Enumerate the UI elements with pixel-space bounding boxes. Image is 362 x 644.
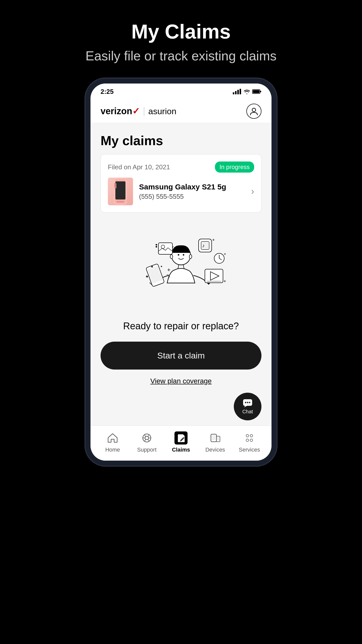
claim-card-header: Filed on Apr 10, 2021 In progress	[108, 162, 254, 173]
ready-text: Ready to repair or replace?	[90, 321, 272, 342]
svg-rect-5	[253, 90, 259, 93]
svg-line-54	[145, 439, 146, 441]
svg-point-20	[189, 255, 192, 259]
battery-icon	[252, 89, 261, 94]
svg-point-63	[250, 439, 253, 441]
nav-item-services[interactable]: Services	[232, 431, 266, 453]
svg-rect-57	[212, 435, 215, 440]
services-nav-label: Services	[239, 447, 260, 453]
svg-point-30	[156, 246, 157, 248]
svg-text:+: +	[167, 267, 170, 273]
svg-text:+: +	[223, 279, 226, 284]
page-header: My Claims Easily file or track existing …	[85, 20, 277, 63]
status-time: 2:25	[101, 88, 114, 96]
verizon-checkmark: ✓	[132, 106, 140, 116]
view-coverage-link[interactable]: View plan coverage	[90, 377, 272, 393]
nav-item-support[interactable]: Support	[130, 431, 164, 453]
svg-point-18	[183, 254, 184, 256]
app-header: verizon✓ asurion	[90, 98, 272, 123]
svg-line-51	[148, 435, 149, 436]
filed-date: Filed on Apr 10, 2021	[108, 163, 170, 171]
svg-rect-39	[205, 269, 223, 283]
bottom-nav: Home Support	[90, 425, 272, 461]
illustration-section: ✦ ✦ ☽ ♪	[90, 223, 272, 321]
logo-container: verizon✓ asurion	[101, 106, 176, 116]
svg-text:+: +	[212, 237, 215, 243]
svg-text:✦: ✦	[160, 264, 163, 269]
arrow-right-icon: ›	[251, 186, 254, 197]
services-icon	[243, 431, 256, 445]
logo-asurion: asurion	[148, 106, 176, 116]
device-image	[108, 178, 133, 205]
home-icon	[106, 431, 119, 445]
svg-point-12	[115, 183, 116, 185]
svg-rect-2	[237, 90, 239, 94]
claim-card[interactable]: Filed on Apr 10, 2021 In progress	[101, 154, 261, 213]
svg-rect-27	[158, 243, 172, 254]
support-icon	[140, 431, 153, 445]
svg-point-19	[170, 255, 173, 259]
svg-rect-3	[240, 89, 241, 94]
svg-rect-0	[233, 92, 234, 94]
claims-nav-label: Claims	[172, 447, 190, 453]
svg-point-13	[115, 185, 116, 187]
svg-text:♪: ♪	[202, 243, 205, 248]
svg-point-17	[178, 254, 179, 256]
svg-line-55	[148, 439, 149, 441]
svg-point-49	[145, 436, 149, 440]
svg-rect-6	[260, 91, 261, 92]
svg-text:+: +	[224, 252, 226, 256]
signal-icon	[233, 89, 241, 94]
page-title: My Claims	[85, 20, 277, 43]
claim-device-row: Samsung Galaxy S21 5g (555) 555-5555 ›	[108, 178, 254, 205]
status-bar: 2:25	[90, 84, 272, 98]
status-icons	[233, 89, 261, 94]
svg-rect-15	[117, 201, 124, 203]
nav-item-devices[interactable]: Devices	[198, 431, 232, 453]
device-info: Samsung Galaxy S21 5g (555) 555-5555	[139, 183, 245, 200]
svg-point-61	[250, 434, 253, 437]
device-name: Samsung Galaxy S21 5g	[139, 183, 245, 191]
chat-label: Chat	[242, 409, 253, 415]
device-phone-number: (555) 555-5555	[139, 193, 245, 200]
nav-item-claims[interactable]: Claims	[164, 431, 198, 453]
wifi-icon	[243, 89, 250, 94]
svg-point-14	[115, 187, 116, 188]
status-badge: In progress	[215, 162, 254, 173]
support-nav-label: Support	[137, 447, 156, 453]
claims-page-heading: My claims	[90, 123, 272, 154]
svg-point-62	[246, 439, 249, 441]
chat-icon	[243, 399, 253, 408]
nav-item-home[interactable]: Home	[96, 431, 130, 453]
logo-divider	[144, 107, 144, 116]
svg-rect-10	[115, 181, 125, 199]
devices-icon	[209, 431, 222, 445]
person-illustration: ✦ ✦ ☽ ♪	[128, 228, 234, 313]
page-subtitle: Easily file or track existing claims	[85, 48, 277, 63]
svg-rect-59	[217, 437, 219, 440]
claims-icon	[174, 431, 188, 445]
home-nav-label: Home	[105, 447, 120, 453]
start-claim-button[interactable]: Start a claim	[101, 342, 261, 370]
logo-verizon: verizon✓	[101, 106, 140, 116]
svg-point-47	[249, 402, 250, 403]
svg-point-46	[247, 402, 248, 403]
svg-point-29	[156, 244, 157, 246]
svg-point-7	[252, 108, 256, 112]
svg-line-50	[145, 435, 146, 436]
devices-nav-label: Devices	[205, 447, 225, 453]
svg-point-60	[246, 434, 249, 437]
profile-icon[interactable]	[246, 104, 261, 119]
phone-screen: 2:25	[90, 84, 272, 461]
svg-rect-1	[235, 91, 237, 94]
chat-fab[interactable]: Chat	[234, 393, 261, 420]
phone-frame: 2:25	[85, 78, 277, 466]
svg-point-45	[245, 402, 246, 403]
